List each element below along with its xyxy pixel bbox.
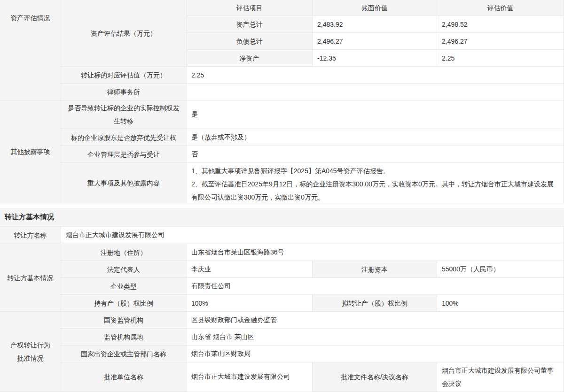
eval-result-label: 资产评估结果（万元） <box>91 27 157 40</box>
matrix-row-total-liabilities: 负债总计 2,496.27 2,496.27 <box>187 33 564 50</box>
transfer-ratio-value-cell: 100% <box>437 295 564 312</box>
regulator-row: 国资监管机构 区县级财政部门或金融办监管 <box>61 312 564 329</box>
state-enterprise-row: 国家出资企业或主管部门名称 烟台市莱山区财政局 <box>61 346 564 362</box>
company-type-label-cell: 企业类型 <box>61 278 187 295</box>
matrix-row-label-text: 净资产 <box>240 52 259 65</box>
transferor-name-value-cell: 烟台市正大城市建设发展有限公司 <box>61 227 564 244</box>
group-transferor-basic-label: 转让方基本情况 <box>8 271 54 284</box>
company-type-value: 有限责任公司 <box>191 282 231 291</box>
approval-doc-label-cell: 批准文件名称/决议名称 <box>313 362 437 392</box>
group-asset-evaluation-label: 资产评估情况 <box>11 11 50 24</box>
state-enterprise-label: 国家出资企业或主管部门名称 <box>81 347 166 361</box>
regulator-value: 区县级财政部门或金融办监管 <box>191 316 277 324</box>
eval-value-label-cell: 转让标的对应评估值（万元） <box>61 67 187 84</box>
approval-unit-label-cell: 批准单位名称 <box>61 362 187 392</box>
regulator-location-value: 山东省 烟台市 莱山区 <box>191 333 254 341</box>
address-value-cell: 山东省烟台市莱山区银海路36号 <box>187 244 564 261</box>
reg-capital-label: 注册资本 <box>361 263 388 276</box>
ratio-row: 持有产（股）权比例 100% 拟转让产（股）权比例 100% <box>61 295 564 312</box>
eval-result-label-cell: 资产评估结果（万元） <box>61 0 187 67</box>
regulator-label-cell: 国资监管机构 <box>61 312 187 329</box>
law-firm-label: 律师事务所 <box>107 85 140 99</box>
preemptive-right-value-text: 是（放弃或不涉及） <box>191 133 251 142</box>
transfer-ratio-label-cell: 拟转让产（股）权比例 <box>313 295 437 312</box>
section-gap <box>0 203 564 208</box>
transfer-ratio-label: 拟转让产（股）权比例 <box>342 297 407 310</box>
eval-value-text: 2.25 <box>191 71 204 79</box>
matrix-book-value-text: -12.35 <box>317 54 336 62</box>
property-transfer-detail-page: 资产评估情况 其他披露事项 资产评估结果（万元） 转让标的对应评估值（万元） 律… <box>0 0 564 392</box>
regulator-location-value-cell: 山东省 烟台市 莱山区 <box>187 329 564 346</box>
group-approval-label-line1: 产权转让行为 <box>11 338 50 352</box>
matrix-header-item: 评估项目 <box>187 0 313 16</box>
regulator-location-row: 监管机构属地 山东省 烟台市 莱山区 <box>61 329 564 346</box>
matrix-row-total-assets: 资产总计 2,483.92 2,498.52 <box>187 16 564 33</box>
major-items-value-cell: 1、其他重大事项详见鲁冠评报字【2025】第A045号资产评估报告。 2、截至评… <box>187 163 564 203</box>
group-other-disclosure-label: 其他披露事项 <box>11 145 50 158</box>
regulator-location-label: 监管机构属地 <box>104 331 143 344</box>
state-enterprise-value: 烟台市莱山区财政局 <box>191 350 251 358</box>
management-participation-label-cell: 企业管理层是否参与受让 <box>61 146 187 163</box>
legal-rep-value-cell: 李庆业 <box>187 261 313 278</box>
address-label: 注册地（住所） <box>101 246 147 259</box>
matrix-row-label-text: 负债总计 <box>236 35 263 48</box>
major-items-label-cell: 重大事项及其他披露内容 <box>61 163 187 203</box>
asset-evaluation-section: 资产评估情况 其他披露事项 资产评估结果（万元） 转让标的对应评估值（万元） 律… <box>0 0 564 203</box>
transferor-detail-column: 烟台市正大城市建设发展有限公司 注册地（住所） 山东省烟台市莱山区银海路36号 … <box>61 227 564 392</box>
eval-value-cell: 2.25 <box>187 67 564 84</box>
field-label-column: 资产评估结果（万元） 转让标的对应评估值（万元） 律师事务所 是否导致转让标的企… <box>61 0 187 203</box>
reg-capital-value: 55000万（人民币） <box>442 265 500 274</box>
matrix-appraised-value-text: 2,496.27 <box>442 38 468 45</box>
matrix-book-value-text: 2,496.27 <box>317 38 343 45</box>
approval-unit-value: 烟台市正大城市建设发展有限公司 <box>191 373 290 381</box>
control-transfer-value-text: 是 <box>191 110 198 119</box>
group-approval-label: 产权转让行为 批准情况 <box>11 338 50 365</box>
management-participation-label: 企业管理层是否参与受让 <box>87 148 160 161</box>
company-type-label: 企业类型 <box>110 280 137 293</box>
major-items-line-2: 2、截至评估基准日2025年9月12日，标的企业注册资本300.00万元，实收资… <box>191 177 559 203</box>
matrix-appraised-value: 2,498.52 <box>437 16 564 33</box>
holding-ratio-label-cell: 持有产（股）权比例 <box>61 295 187 312</box>
matrix-header-appraised-label: 评估价值 <box>487 1 514 15</box>
management-participation-value-cell: 否 <box>187 146 564 163</box>
approval-doc-value-cell: 烟台市正大城市建设发展有限公司董事会决议 <box>437 362 564 392</box>
matrix-header-appraised: 评估价值 <box>437 0 564 16</box>
transferor-section-header: 转让方基本情况 <box>0 208 564 227</box>
address-value: 山东省烟台市莱山区银海路36号 <box>191 248 284 257</box>
transferor-section: 转让方名称 转让方基本情况 产权转让行为 批准情况 烟台市正大城市建设发展有限公… <box>0 227 564 392</box>
matrix-book-value: -12.35 <box>313 50 437 67</box>
legal-rep-row: 法定代表人 李庆业 注册资本 55000万（人民币） <box>61 261 564 278</box>
approval-doc-value: 烟台市正大城市建设发展有限公司董事会决议 <box>442 364 559 390</box>
preemptive-right-value-cell: 是（放弃或不涉及） <box>187 129 564 146</box>
matrix-book-value: 2,496.27 <box>313 33 437 50</box>
transferor-name-label: 转让方名称 <box>14 229 47 242</box>
approval-unit-value-cell: 烟台市正大城市建设发展有限公司 <box>187 362 313 392</box>
control-transfer-label-cell: 是否导致转让标的企业的实际控制权发生转移 <box>61 100 187 129</box>
approval-doc-label: 批准文件名称/决议名称 <box>341 370 408 384</box>
regulator-value-cell: 区县级财政部门或金融办监管 <box>187 312 564 329</box>
major-items-label: 重大事项及其他披露内容 <box>87 177 160 190</box>
reg-capital-value-cell: 55000万（人民币） <box>437 261 564 278</box>
matrix-row-label-text: 资产总计 <box>236 18 263 31</box>
matrix-header-book-label: 账面价值 <box>361 1 388 15</box>
company-type-row: 企业类型 有限责任公司 <box>61 278 564 295</box>
value-column: 评估项目 账面价值 评估价值 资产总计 2,483.92 2,498.52 <box>187 0 564 203</box>
matrix-row-label: 资产总计 <box>187 16 313 33</box>
approval-row: 批准单位名称 烟台市正大城市建设发展有限公司 批准文件名称/决议名称 烟台市正大… <box>61 362 564 392</box>
group-transferor-basic: 转让方基本情况 <box>0 244 61 312</box>
address-label-cell: 注册地（住所） <box>61 244 187 261</box>
matrix-header-row: 评估项目 账面价值 评估价值 <box>187 0 564 16</box>
transferor-name-label-cell: 转让方名称 <box>0 227 61 244</box>
matrix-header-book: 账面价值 <box>313 0 437 16</box>
matrix-appraised-value-text: 2.25 <box>442 54 454 62</box>
preemptive-right-label-cell: 标的企业原股东是否放弃优先受让权 <box>61 129 187 146</box>
state-enterprise-label-cell: 国家出资企业或主管部门名称 <box>61 346 187 362</box>
group-asset-evaluation: 资产评估情况 <box>0 0 61 100</box>
legal-rep-label-cell: 法定代表人 <box>61 261 187 278</box>
law-firm-label-cell: 律师事务所 <box>61 84 187 100</box>
group-approval: 产权转让行为 批准情况 <box>0 312 61 392</box>
state-enterprise-value-cell: 烟台市莱山区财政局 <box>187 346 564 362</box>
legal-rep-value: 李庆业 <box>191 265 211 274</box>
regulator-location-label-cell: 监管机构属地 <box>61 329 187 346</box>
matrix-appraised-value: 2,496.27 <box>437 33 564 50</box>
